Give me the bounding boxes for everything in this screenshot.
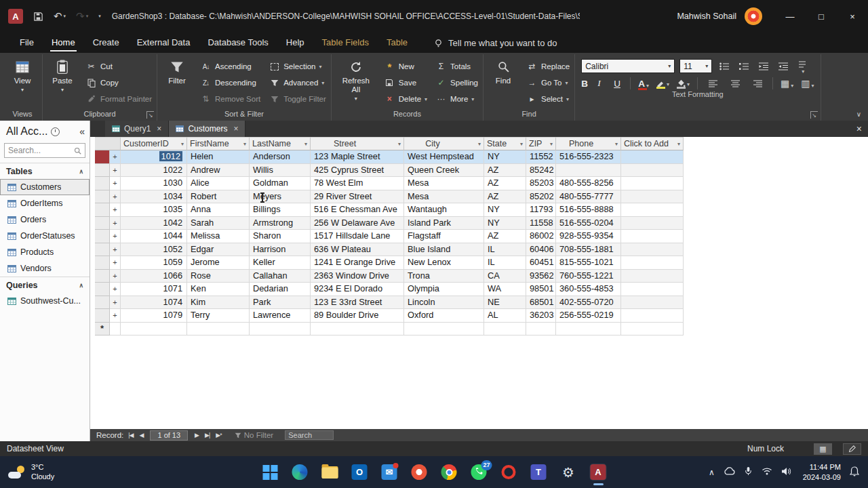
cell-lastname[interactable]: Harrison [250,243,311,257]
ribbon-tab-create[interactable]: Create [84,33,128,53]
cell-phone[interactable]: 360-555-4853 [556,283,621,296]
cell-street[interactable]: 636 W Plateau [311,243,404,257]
cell-street[interactable]: 425 Cyprus Street [311,164,404,178]
new-blank-record-button[interactable]: ▶* [214,432,222,439]
cell-street[interactable]: 89 Boulder Drive [311,309,404,323]
cell-firstname[interactable]: Edgar [187,243,250,257]
save-record-button[interactable]: Save [384,77,427,89]
row-expander[interactable]: + [110,150,121,164]
cell-phone[interactable]: 708-555-1881 [556,243,621,257]
font-size-combo[interactable]: 11 ▾ [679,59,712,73]
cell-zip[interactable]: 85203 [526,177,556,190]
highlight-color-button[interactable]: ▾ [656,79,669,87]
cell-street[interactable]: 123 Maple Street [311,150,404,164]
onedrive-cloud-icon[interactable] [724,467,735,477]
bold-button[interactable]: B [581,79,590,89]
cell-state[interactable]: NY [484,150,526,164]
app-icon-settings[interactable]: ⚙ [560,464,577,481]
redo-caret-icon[interactable]: ▾ [86,14,89,19]
no-filter-button[interactable]: No Filter [235,431,273,439]
cell-customerid[interactable]: 1030 [121,177,187,190]
font-color-button[interactable]: A▾ [638,79,649,89]
nav-item-orders[interactable]: Orders [0,211,90,228]
column-dropdown-icon[interactable]: ▾ [614,141,618,147]
cell-city[interactable]: Olympia [404,283,484,296]
record-selector[interactable] [95,203,110,217]
cell-phone[interactable]: 480-555-8256 [556,177,621,190]
row-expander[interactable]: + [110,217,121,230]
copy-button[interactable]: Copy [85,77,152,89]
cell-street[interactable]: 29 River Street [311,190,404,204]
column-header-customerid[interactable]: CustomerID▾ [121,137,187,150]
cell-click-to-add[interactable] [621,150,684,164]
cell-click-to-add[interactable] [621,283,684,296]
record-selector[interactable] [95,283,110,296]
cell-state[interactable]: AL [484,309,526,323]
cell-phone[interactable]: 815-555-1021 [556,256,621,270]
cell-city[interactable]: Queen Creek [404,164,484,178]
cell-click-to-add[interactable] [621,177,684,190]
cell-firstname[interactable]: Rose [187,270,250,283]
cell-phone[interactable]: 516-555-0204 [556,217,621,230]
cell-click-to-add[interactable] [621,217,684,230]
cell-zip[interactable]: 11558 [526,217,556,230]
cell-firstname[interactable]: Sarah [187,217,250,230]
cell-customerid[interactable]: 1012 [121,150,187,164]
cell-street[interactable]: 516 E Chessman Ave [311,203,404,217]
cell-lastname[interactable]: Billings [250,203,311,217]
cell-street[interactable]: 123 E 33rd Street [311,296,404,310]
column-dropdown-icon[interactable]: ▾ [676,141,680,147]
hidden-icons-chevron[interactable]: ∧ [709,468,715,477]
app-icon-mail[interactable]: ✉ [381,464,398,481]
record-selector[interactable] [95,256,110,270]
cell-zip[interactable]: 68501 [526,296,556,310]
cell-city[interactable]: Mesa [404,190,484,204]
cell-customerid[interactable]: 1059 [121,256,187,270]
column-header-city[interactable]: City▾ [404,137,484,150]
cell-customerid[interactable]: 1034 [121,190,187,204]
cell-state[interactable]: CA [484,270,526,283]
cell-firstname[interactable]: Alice [187,177,250,190]
cell-city[interactable]: New Lenox [404,256,484,270]
redo-button[interactable]: ↷▾ [76,10,88,22]
first-record-button[interactable]: |◀ [127,432,134,439]
record-selector[interactable] [95,296,110,310]
select-button[interactable]: ▸ Select ▾ [526,93,570,105]
column-dropdown-icon[interactable]: ▾ [180,141,184,147]
font-name-combo[interactable]: Calibri ▾ [581,59,675,73]
cell-phone[interactable]: 928-555-9354 [556,230,621,243]
cell-city[interactable]: Flagstaff [404,230,484,243]
nav-item-orderitems[interactable]: OrderItems [0,195,90,211]
row-expander[interactable]: + [110,203,121,217]
design-view-button[interactable] [843,443,861,455]
cell-zip[interactable]: 60406 [526,243,556,257]
cell-zip[interactable]: 85202 [526,190,556,204]
column-header-click-to-add[interactable]: Click to Add▾ [621,137,684,150]
numbering-icon[interactable] [736,60,751,73]
row-expander[interactable]: + [110,164,121,178]
view-button[interactable]: View ▾ [7,56,37,93]
cell-city[interactable]: Oxford [404,309,484,323]
cell-click-to-add[interactable] [621,256,684,270]
row-expander[interactable]: + [110,309,121,323]
cell-city[interactable]: Island Park [404,217,484,230]
go-to-button[interactable]: → Go To ▾ [526,77,570,89]
cell-lastname[interactable]: Lawrence [250,309,311,323]
cell-zip[interactable]: 85242 [526,164,556,178]
last-record-button[interactable]: ▶| [203,432,211,439]
nav-item-orderstatuses[interactable]: OrderStatuses [0,228,90,244]
cell-click-to-add[interactable] [621,309,684,323]
cell-state[interactable]: AZ [484,177,526,190]
cell-street[interactable]: 78 West Elm [311,177,404,190]
app-icon-access[interactable]: A [590,464,607,481]
ascending-button[interactable]: A↓ Ascending [200,60,260,73]
row-expander[interactable]: + [110,283,121,296]
advanced-button[interactable]: Advanced ▾ [269,77,326,89]
row-expander[interactable]: + [110,256,121,270]
find-button[interactable]: Find [488,56,518,85]
cell-zip[interactable]: 11793 [526,203,556,217]
record-selector[interactable] [95,309,110,323]
cell-state[interactable]: WA [484,283,526,296]
cell-firstname[interactable]: Robert [187,190,250,204]
collapse-ribbon-button[interactable]: ∨ [856,110,861,118]
